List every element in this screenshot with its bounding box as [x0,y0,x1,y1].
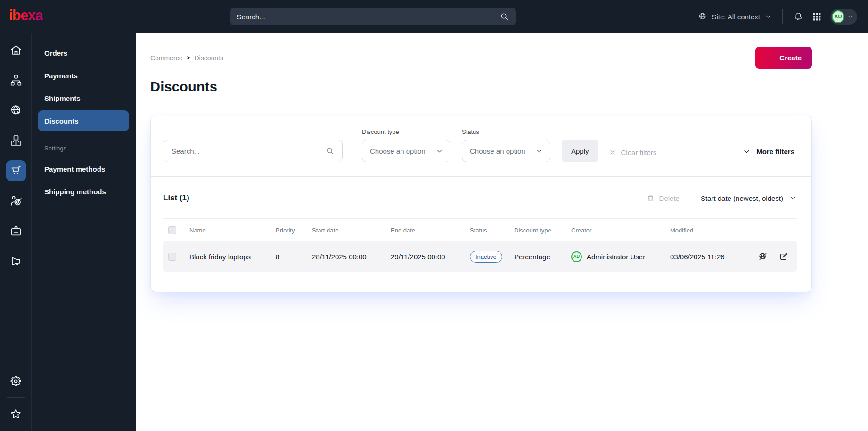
commerce-cart-icon [9,164,23,177]
discount-type-select[interactable]: Choose an option [362,140,450,162]
column-header-status: Status [470,227,514,234]
column-header-name: Name [189,227,276,234]
breadcrumb-separator: > [187,55,190,61]
status-badge: Inactive [470,251,502,263]
submenu-section-settings: Settings [38,145,129,152]
chevron-down-icon [789,194,797,202]
sidebar-item-products[interactable] [6,130,26,151]
gear-icon [9,375,22,388]
sort-dropdown[interactable]: Start date (newest, oldest) [701,194,797,202]
discount-type-filter: Discount type Choose an option [362,128,450,162]
status-select[interactable]: Choose an option [462,140,550,162]
global-search-input[interactable] [237,13,500,21]
submenu-divider [38,137,129,137]
products-boxes-icon [9,134,23,147]
delete-button-label: Delete [659,194,680,202]
status-value: Choose an option [470,147,525,155]
submenu-item-payments[interactable]: Payments [38,65,129,86]
sidebar-item-marketing[interactable] [6,251,26,272]
delete-button[interactable]: Delete [646,194,680,203]
submenu-item-shipping-methods[interactable]: Shipping methods [38,181,129,202]
star-icon [9,407,22,420]
ibexa-logo: ibexa [9,8,43,25]
create-button[interactable]: Create [755,47,812,69]
apply-button[interactable]: Apply [562,140,598,162]
sidebar-item-content-tree[interactable] [6,70,26,91]
main-nav-rail [0,33,32,431]
breadcrumb-commerce[interactable]: Commerce [150,54,182,62]
column-header-start-date: Start date [312,227,391,234]
submenu-item-shipments[interactable]: Shipments [38,88,129,108]
content-tree-icon [9,74,23,87]
status-filter: Status Choose an option [462,128,550,162]
trash-icon [646,194,655,203]
topbar-right: Site: All context [698,9,857,25]
customer-target-icon [9,194,23,207]
discounts-card: Discount type Choose an option Status Ch… [150,116,812,292]
submenu-item-discounts[interactable]: Discounts [38,110,129,131]
table-header: Name Priority Start date End date Status… [163,226,797,234]
submenu-item-payment-methods[interactable]: Payment methods [38,158,129,179]
chevron-down-icon [742,147,751,156]
site-globe-cursor-icon [9,104,23,117]
filters-divider [725,128,725,162]
discount-type-value: Choose an option [370,147,426,155]
list-header-divider [690,189,690,207]
sidebar-item-commerce[interactable] [6,160,26,181]
row-checkbox[interactable] [168,253,176,261]
list-section: List (1) Delete Start da [151,177,811,292]
discount-type-label: Discount type [362,128,450,135]
more-filters-label: More filters [756,148,794,156]
column-header-end-date: End date [391,227,470,234]
creator-name: Administrator User [587,253,645,261]
chevron-down-icon [847,13,853,20]
topbar: ibexa Site: A [0,0,868,33]
notifications-bell-icon[interactable] [793,11,803,22]
discount-type-cell: Percentage [514,253,571,261]
column-header-discount-type: Discount type [514,227,571,234]
site-preview-disabled-icon[interactable] [755,249,771,265]
search-icon[interactable] [500,12,509,21]
plus-icon [766,54,774,62]
end-date-cell: 29/11/2025 00:00 [391,253,470,261]
sidebar-item-settings[interactable] [6,371,26,391]
avatar: AU [832,10,844,23]
user-menu[interactable]: AU [830,9,857,25]
id-badge-icon [9,224,23,238]
discount-name-link[interactable]: Black friday laptops [189,253,251,261]
row-actions [752,249,797,265]
sidebar-item-site[interactable] [6,100,26,121]
filter-search-input[interactable] [172,147,325,155]
sidebar-item-customers[interactable] [6,191,26,211]
more-filters-button[interactable]: More filters [742,147,794,156]
table-rule [163,218,797,219]
sidebar-item-bookmarks[interactable] [6,403,26,424]
list-header: List (1) Delete Start da [163,189,797,207]
list-title: List (1) [163,193,189,203]
app-window: ibexa Site: A [0,0,868,431]
topbar-divider [782,9,783,24]
breadcrumb: Commerce > Discounts [150,54,223,62]
sidebar-item-users[interactable] [6,221,26,241]
submenu-item-orders[interactable]: Orders [38,42,129,63]
breadcrumb-discounts: Discounts [194,54,223,62]
site-globe-icon [698,12,707,21]
clear-filters-button[interactable]: Clear filters [609,149,657,157]
apps-grid-icon[interactable] [812,12,822,22]
marketing-megaphone-icon [9,255,23,268]
edit-icon[interactable] [776,249,792,265]
filters-bar: Discount type Choose an option Status Ch… [151,116,811,177]
main-header: Commerce > Discounts Create [150,47,812,69]
column-header-creator: Creator [571,227,670,234]
search-icon[interactable] [325,146,335,156]
global-search [230,8,516,25]
chevron-down-icon [764,13,772,20]
priority-cell: 8 [276,253,312,261]
sidebar-item-home[interactable] [6,40,26,60]
modified-cell: 03/06/2025 11:26 [670,253,752,261]
site-context-selector[interactable]: Site: All context [698,12,772,21]
page-title: Discounts [150,79,812,95]
filters-divider [352,128,352,162]
select-all-checkbox[interactable] [168,226,176,234]
site-context-label: Site: All context [712,13,760,21]
